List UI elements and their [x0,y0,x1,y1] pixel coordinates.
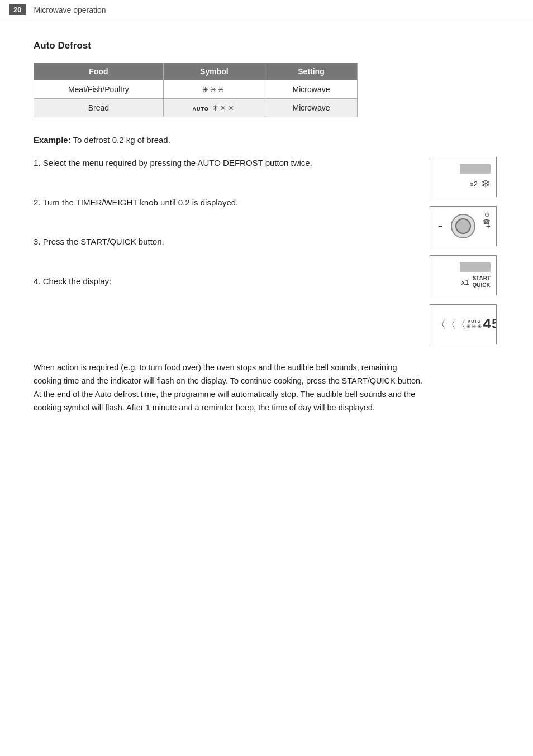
knob-icon-bottom: ☎ [483,218,491,226]
info-paragraph: When action is required (e.g. to turn fo… [34,361,425,415]
knob-icons: ⊙ ☎ [483,211,491,226]
example-label: Example: [34,135,71,145]
diag3-start: START [472,275,491,282]
step-2-number: 2. [34,198,41,207]
row2-setting: Microwave [265,99,358,117]
diagram-display: 〈〈〈 AUTO ✳✳✳ 45 [430,304,497,344]
diag1-snowflake-icon: ❄ [481,177,491,190]
step-2: 2. Turn the TIMER/WEIGHT knob until 0.2 … [34,197,410,209]
example-paragraph: Example: To defrost 0.2 kg of bread. [34,135,499,145]
diag1-bar [460,164,491,174]
diag4-auto-label: AUTO [468,319,481,323]
steps-and-diagrams: 1. Select the menu required by pressing … [34,157,499,344]
row2-food: Bread [34,99,164,117]
diag3-bar [460,262,491,272]
col-food: Food [34,63,164,80]
diag3-button-label: START QUICK [472,275,491,289]
page-number: 20 [9,4,26,15]
diag4-middle: AUTO ✳✳✳ [466,319,483,329]
step-3-number: 3. [34,237,41,246]
step-1-text: Select the menu required by pressing the… [43,158,312,168]
main-content: Auto Defrost Food Symbol Setting Meat/Fi… [0,20,533,435]
step-4-text: Check the display: [43,276,112,286]
diagram-auto-defrost-button: x2 ❄ [430,157,497,197]
row1-food: Meat/Fish/Poultry [34,80,164,99]
row2-symbol: AUTO ✳✳✳ [163,99,265,117]
diagrams-col: x2 ❄ − + ⊙ ☎ [427,157,499,344]
diag3-quick: QUICK [472,282,491,289]
diagram-timer-knob: − + ⊙ ☎ [430,206,497,246]
microwave-wave-icon: 〈〈〈 [436,318,466,331]
defrost-table: Food Symbol Setting Meat/Fish/Poultry ✳✳… [34,63,358,117]
row1-symbol: ✳✳✳ [163,80,265,99]
knob-minus-label: − [438,222,442,231]
table-row: Meat/Fish/Poultry ✳✳✳ Microwave [34,80,358,99]
steps-list: 1. Select the menu required by pressing … [34,157,427,314]
section-title: Auto Defrost [34,40,499,51]
knob-icon-top: ⊙ [484,211,489,218]
diag4-dots: ✳✳✳ [466,323,483,329]
col-symbol: Symbol [163,63,265,80]
step-3-text: Press the START/QUICK button. [43,237,164,246]
header-bar: 20 Microwave operation [0,0,533,20]
diag4-number: 45 [483,316,497,333]
diag3-x1-label: x1 [461,278,469,286]
step-4: 4. Check the display: [34,275,410,288]
table-row: Bread AUTO ✳✳✳ Microwave [34,99,358,117]
example-text: To defrost 0.2 kg of bread. [71,135,170,145]
step-2-text: Turn the TIMER/WEIGHT knob until 0.2 is … [42,198,238,207]
step-1: 1. Select the menu required by pressing … [34,157,410,170]
header-title: Microwave operation [34,6,106,15]
diag1-x2-label: x2 [470,180,478,188]
row1-setting: Microwave [265,80,358,99]
knob-inner [455,218,471,234]
step-1-number: 1. [34,158,41,168]
knob-circle [451,214,475,238]
diagram-start-quick-button: x1 START QUICK [430,255,497,295]
step-4-number: 4. [34,276,41,286]
step-3: 3. Press the START/QUICK button. [34,236,410,248]
col-setting: Setting [265,63,358,80]
